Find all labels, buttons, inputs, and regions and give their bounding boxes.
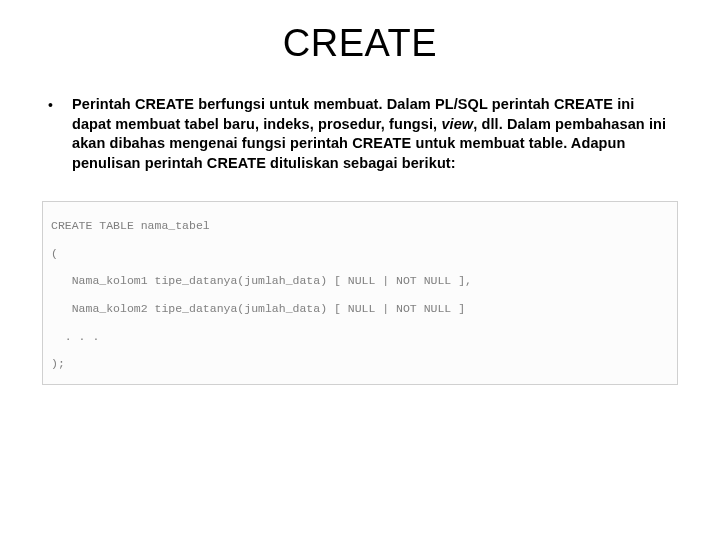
code-block: CREATE TABLE nama_tabel ( Nama_kolom1 ti… (42, 201, 678, 385)
bullet-marker: • (48, 95, 72, 113)
page-title: CREATE (0, 0, 720, 65)
paragraph-italic: view (441, 116, 473, 132)
paragraph: Perintah CREATE berfungsi untuk membuat.… (72, 95, 672, 173)
content-block: • Perintah CREATE berfungsi untuk membua… (0, 65, 720, 173)
